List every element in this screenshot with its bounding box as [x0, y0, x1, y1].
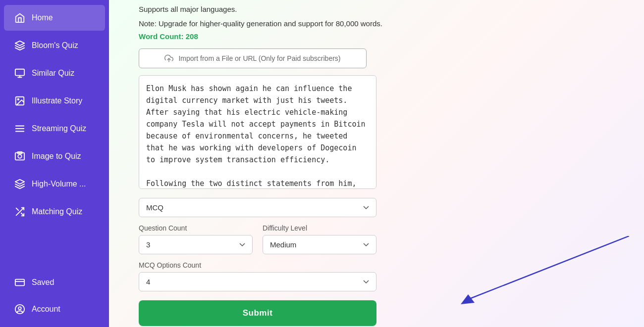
user-circle-icon: [14, 303, 26, 315]
sidebar-item-matching-quiz-label: Matching Quiz: [32, 207, 82, 216]
supports-note: Supports all major languages.: [139, 4, 614, 15]
sidebar: Home Bloom's Quiz Similar Quiz Illustrat…: [0, 0, 109, 327]
sidebar-item-home-label: Home: [32, 13, 53, 22]
main-content: Supports all major languages. Note: Upgr…: [109, 0, 644, 327]
sidebar-item-account[interactable]: Account: [4, 296, 105, 322]
sidebar-item-account-label: Account: [32, 305, 60, 314]
sidebar-item-saved[interactable]: Saved: [4, 270, 105, 295]
question-count-label: Question Count: [139, 224, 253, 232]
upload-icon: [164, 54, 173, 63]
difficulty-label: Difficulty Level: [263, 224, 376, 232]
camera-icon: [14, 150, 26, 162]
sidebar-item-home[interactable]: Home: [4, 5, 105, 31]
monitor-icon: [14, 67, 26, 79]
svg-point-19: [18, 307, 21, 310]
svg-marker-12: [15, 180, 24, 184]
sidebar-item-illustrate-story-label: Illustrate Story: [32, 96, 82, 105]
sidebar-item-image-to-quiz-label: Image to Quiz: [32, 152, 81, 161]
svg-point-5: [17, 98, 19, 100]
svg-rect-16: [15, 280, 24, 286]
sidebar-item-high-volume-label: High-Volume ...: [32, 180, 86, 188]
submit-label: Submit: [243, 308, 273, 318]
mcq-options-label: MCQ Options Count: [139, 261, 376, 269]
sidebar-item-streaming-quiz[interactable]: Streaming Quiz: [4, 116, 105, 141]
content-textarea[interactable]: [139, 75, 376, 189]
layers-icon: [14, 40, 26, 51]
word-count: Word Count: 208: [139, 32, 614, 41]
shuffle-icon: [14, 206, 26, 218]
question-count-select[interactable]: 1 2 3 4 5 10: [139, 235, 253, 254]
sidebar-item-streaming-quiz-label: Streaming Quiz: [32, 124, 86, 133]
sidebar-item-saved-label: Saved: [32, 278, 54, 287]
sidebar-item-illustrate-story[interactable]: Illustrate Story: [4, 88, 105, 114]
sidebar-item-high-volume[interactable]: High-Volume ...: [4, 171, 105, 197]
sidebar-item-blooms-quiz-label: Bloom's Quiz: [32, 41, 78, 50]
image-icon: [14, 95, 26, 107]
sidebar-item-matching-quiz[interactable]: Matching Quiz: [4, 199, 105, 225]
home-icon: [14, 12, 26, 24]
sidebar-item-similar-quiz-label: Similar Quiz: [32, 69, 74, 78]
mcq-options-group: MCQ Options Count 2 3 4 5: [139, 261, 376, 291]
svg-line-15: [16, 208, 19, 211]
sidebar-item-image-to-quiz[interactable]: Image to Quiz: [4, 143, 105, 169]
svg-marker-0: [15, 41, 24, 46]
quiz-type-select[interactable]: MCQ True/False Short Answer Fill in the …: [139, 198, 376, 217]
sidebar-item-blooms-quiz[interactable]: Bloom's Quiz: [4, 33, 105, 58]
layers2-icon: [14, 178, 26, 190]
credit-card-icon: [14, 277, 26, 288]
upgrade-note: Note: Upgrade for higher-quality generat…: [139, 18, 614, 30]
sidebar-item-similar-quiz[interactable]: Similar Quiz: [4, 60, 105, 86]
streaming-icon: [14, 123, 26, 135]
import-button[interactable]: Import from a File or URL (Only for Paid…: [139, 48, 367, 68]
question-count-group: Question Count 1 2 3 4 5 10: [139, 224, 253, 254]
difficulty-group: Difficulty Level Easy Medium Hard: [263, 224, 376, 254]
import-button-label: Import from a File or URL (Only for Paid…: [178, 54, 340, 62]
difficulty-select[interactable]: Easy Medium Hard: [263, 235, 376, 254]
mcq-options-select[interactable]: 2 3 4 5: [139, 272, 376, 291]
submit-button[interactable]: Submit: [139, 300, 376, 326]
question-difficulty-row: Question Count 1 2 3 4 5 10 Difficulty L…: [139, 224, 376, 254]
svg-point-11: [18, 154, 21, 158]
svg-rect-1: [15, 69, 24, 76]
text-area-wrapper: [139, 75, 376, 191]
